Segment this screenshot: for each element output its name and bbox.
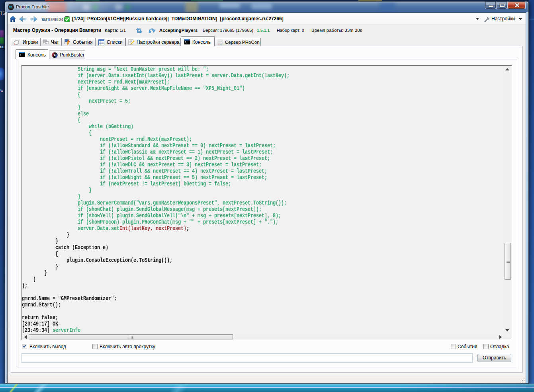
svg-text:BATTLEFIELD 4: BATTLEFIELD 4 [42, 17, 63, 21]
